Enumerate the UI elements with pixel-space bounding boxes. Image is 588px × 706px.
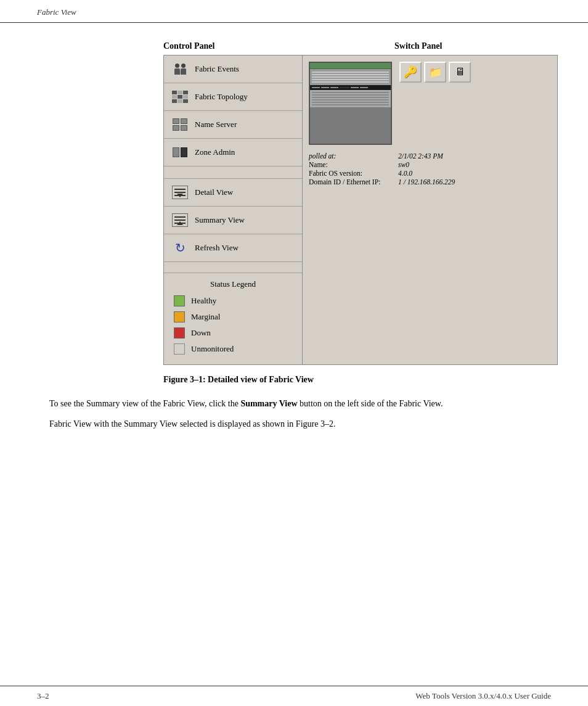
- panel-labels: Control Panel Switch Panel: [163, 41, 539, 51]
- blade-2: [321, 87, 329, 88]
- switch-lines-section: [310, 69, 391, 85]
- refresh-view-label: Refresh View: [195, 243, 239, 253]
- blade-dark-1: [340, 87, 349, 88]
- detail-view-icon: [171, 184, 189, 201]
- body-paragraph-1: To see the Summary view of the Fabric Vi…: [49, 397, 518, 410]
- zone-squares-icon: [173, 147, 187, 157]
- summary-view-item[interactable]: Summary View: [164, 207, 302, 234]
- polled-value: 2/1/02 2:43 PM: [398, 152, 443, 160]
- status-marginal: Marginal: [169, 310, 297, 324]
- fabric-events-icon: [171, 60, 189, 78]
- status-legend: Status Legend Healthy Marginal Down Unmo…: [164, 273, 302, 364]
- status-healthy: Healthy: [169, 294, 297, 308]
- switch-line-4: [312, 79, 389, 80]
- unmonitored-color-box: [174, 343, 185, 355]
- fabric-topology-item[interactable]: Fabric Topology: [164, 83, 302, 111]
- monitor-toolbar-btn[interactable]: 🖥: [449, 62, 471, 83]
- page-number: 3–2: [37, 691, 49, 701]
- doc-title: Web Tools Version 3.0.x/4.0.x User Guide: [415, 691, 551, 701]
- switch-bottom-line-4: [312, 99, 389, 101]
- fabric-events-label: Fabric Events: [195, 64, 239, 74]
- switch-line-2: [312, 74, 389, 75]
- control-panel: Fabric Events: [164, 55, 303, 364]
- name-server-label: Name Server: [195, 120, 237, 129]
- name-server-item[interactable]: Name Server: [164, 111, 302, 139]
- name-label: Name:: [309, 161, 398, 168]
- blade-5: [360, 87, 368, 88]
- down-label: Down: [191, 328, 211, 338]
- switch-green-bar: [310, 63, 391, 69]
- page-header: Fabric View: [0, 0, 588, 23]
- healthy-color-box: [174, 295, 185, 306]
- control-panel-label: Control Panel: [163, 41, 308, 51]
- switch-bottom-line-1: [312, 92, 389, 93]
- summary-icon-box: [172, 213, 188, 227]
- blade-3: [330, 87, 338, 88]
- name-value: sw0: [398, 161, 409, 168]
- lock-toolbar-btn[interactable]: 🔑: [399, 62, 422, 83]
- switch-bottom-line-6: [312, 104, 389, 105]
- person-2: [181, 64, 186, 75]
- status-legend-title: Status Legend: [169, 279, 297, 289]
- down-color-box: [174, 327, 185, 339]
- switch-bottom-line-2: [312, 94, 389, 96]
- switch-line-5: [312, 81, 389, 83]
- body-paragraph-2: Fabric View with the Summary View select…: [49, 417, 518, 430]
- switch-info: polled at: 2/1/02 2:43 PM Name: sw0 Fabr…: [309, 152, 551, 187]
- marginal-color-box: [174, 311, 185, 322]
- switch-bottom-line-5: [312, 102, 389, 103]
- person-1: [174, 64, 180, 75]
- domain-label: Domain ID / Ethernet IP:: [309, 178, 398, 186]
- refresh-view-item[interactable]: ↻ Refresh View: [164, 234, 302, 262]
- switch-panel-label: Switch Panel: [394, 41, 442, 51]
- switch-bottom-section: [310, 90, 391, 107]
- name-server-icon: [171, 116, 189, 133]
- lock-icon: 🔑: [404, 65, 417, 79]
- switch-display-area: 🔑 📁 🖥: [309, 62, 551, 145]
- topology-grid-icon: [172, 91, 188, 103]
- os-value: 4.0.0: [398, 170, 412, 177]
- polled-label: polled at:: [309, 152, 398, 160]
- info-name-row: Name: sw0: [309, 161, 551, 168]
- control-divider-1: [164, 166, 302, 179]
- switch-toolbar: 🔑 📁 🖥: [399, 62, 471, 83]
- summary-view-bold: Summary View: [240, 399, 297, 408]
- control-divider-2: [164, 262, 302, 273]
- zone-admin-item[interactable]: Zone Admin: [164, 139, 302, 166]
- zone-admin-label: Zone Admin: [195, 147, 235, 157]
- people-icon: [174, 64, 186, 75]
- fabric-topology-icon: [171, 88, 189, 105]
- marginal-label: Marginal: [191, 312, 220, 322]
- refresh-view-icon: ↻: [171, 239, 189, 257]
- fabric-topology-label: Fabric Topology: [195, 92, 248, 102]
- zone-admin-icon: [171, 144, 189, 161]
- folder-toolbar-btn[interactable]: 📁: [424, 62, 446, 83]
- figure-caption-text: Figure 3–1: Detailed view of Fabric View: [163, 375, 314, 384]
- figure-caption: Figure 3–1: Detailed view of Fabric View: [163, 375, 539, 385]
- unmonitored-label: Unmonitored: [191, 344, 234, 354]
- domain-value: 1 / 192.168.166.229: [398, 178, 455, 186]
- detail-view-item[interactable]: Detail View: [164, 179, 302, 207]
- page-footer: 3–2 Web Tools Version 3.0.x/4.0.x User G…: [0, 686, 588, 706]
- switch-graphic: [309, 62, 392, 145]
- nameserver-grid-icon: [173, 118, 187, 131]
- info-os-row: Fabric OS version: 4.0.0: [309, 170, 551, 177]
- detail-view-label: Detail View: [195, 187, 233, 197]
- blade-1: [312, 87, 320, 88]
- status-unmonitored: Unmonitored: [169, 342, 297, 356]
- status-down: Down: [169, 326, 297, 340]
- summary-view-icon: [171, 211, 189, 229]
- healthy-label: Healthy: [191, 296, 216, 306]
- fabric-events-item[interactable]: Fabric Events: [164, 55, 302, 83]
- info-polled-row: polled at: 2/1/02 2:43 PM: [309, 152, 551, 160]
- switch-line-1: [312, 72, 389, 73]
- switch-line-3: [312, 76, 389, 78]
- main-content: Control Panel Switch Panel: [0, 23, 588, 475]
- header-title: Fabric View: [37, 7, 76, 17]
- switch-bottom-line-3: [312, 97, 389, 98]
- refresh-cycle-icon: ↻: [175, 240, 186, 255]
- info-domain-row: Domain ID / Ethernet IP: 1 / 192.168.166…: [309, 178, 551, 186]
- blade-4: [351, 87, 359, 88]
- body-text: To see the Summary view of the Fabric Vi…: [49, 397, 518, 430]
- switch-blades-section: [310, 85, 391, 90]
